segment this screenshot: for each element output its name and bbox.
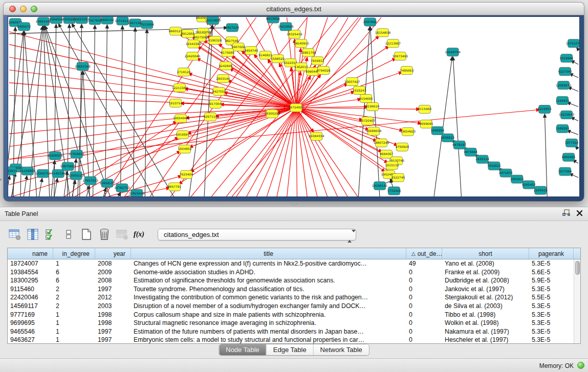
graph-node-2405572[interactable]: 2405572 [17, 23, 31, 31]
table-settings-icon[interactable] [8, 228, 21, 241]
graph-node-8427552[interactable]: 8427552 [212, 87, 226, 96]
cell-year[interactable]: 2008 [95, 259, 131, 268]
cell-short[interactable]: de Silva et al. (2003) [442, 302, 529, 311]
graph-node-16543382[interactable]: 16543382 [186, 40, 202, 48]
graph-node-8454749[interactable]: 8454749 [244, 47, 258, 55]
graph-node-3915911[interactable]: 3915911 [8, 167, 17, 175]
cell-name[interactable]: 18724007 [8, 259, 53, 268]
citation-edge-red[interactable] [9, 107, 296, 146]
cell-in_degree[interactable]: 1 [53, 336, 95, 344]
graph-node-2087682[interactable]: 2087682 [363, 18, 377, 26]
cell-short[interactable]: Yano et al. (2008) [442, 259, 529, 268]
cell-year[interactable]: 2008 [95, 276, 131, 285]
graph-node-2522745[interactable]: 2522745 [391, 173, 405, 182]
cell-name[interactable]: 19384554 [8, 268, 53, 277]
graph-node-18300295[interactable]: 18300295 [264, 110, 280, 118]
graph-node-7632621[interactable]: 7632621 [487, 162, 501, 170]
graph-node-1615132[interactable]: 1615132 [385, 161, 399, 169]
graph-node-1916687[interactable]: 1916687 [176, 130, 190, 139]
cell-pagerank[interactable]: 5.3E-5 [529, 302, 574, 311]
graph-node-1677064[interactable]: 1677064 [558, 167, 572, 176]
cell-name[interactable]: 9777169 [8, 311, 53, 319]
graph-node-9215953[interactable]: 9215953 [538, 105, 552, 114]
graph-node-18724007[interactable]: 18724007 [288, 104, 304, 112]
graph-node-9699695[interactable]: 9699695 [420, 120, 433, 128]
table-row[interactable]: 946554611997Estimation of the future num… [8, 327, 574, 336]
graph-node-1527602[interactable]: 1527602 [88, 17, 102, 25]
cell-out_de[interactable]: 0 [406, 302, 442, 311]
citation-edge-black[interactable] [118, 192, 120, 196]
table-row[interactable]: 2242004622012Investigating the contribut… [8, 293, 574, 302]
table-row[interactable]: 1872400712008Changes of HCN gene express… [8, 259, 574, 268]
graph-node-7857224[interactable]: 7857224 [226, 24, 239, 32]
cell-name[interactable]: 14569117 [8, 302, 53, 311]
cell-year[interactable]: 1997 [95, 285, 131, 294]
cell-title[interactable]: Tourette syndrome. Phenomenology and cla… [131, 285, 406, 294]
graph-node-10688609[interactable]: 10688609 [366, 127, 382, 135]
cell-out_de[interactable]: 0 [406, 319, 442, 327]
column-header-title[interactable]: title [131, 248, 406, 259]
graph-node-20206506[interactable]: 20206506 [48, 151, 63, 160]
graph-node-9154695[interactable]: 9154695 [359, 95, 373, 103]
window-titlebar[interactable]: citations_edges.txt [3, 2, 584, 15]
cell-year[interactable]: 1997 [95, 336, 131, 344]
graph-node-8990465[interactable]: 8990465 [562, 153, 576, 161]
column-header-name[interactable]: name [8, 248, 53, 259]
cell-year[interactable]: 1997 [95, 327, 131, 336]
graph-node-16961758[interactable]: 16961758 [300, 49, 316, 57]
cell-out_de[interactable]: 49 [406, 259, 442, 268]
graph-node-18807249[interactable]: 18807249 [374, 139, 389, 147]
cell-pagerank[interactable]: 5.3E-5 [529, 311, 574, 319]
graph-node-16648794[interactable]: 16648794 [445, 48, 461, 56]
graph-node-18325419[interactable]: 18325419 [287, 30, 302, 38]
graph-node-16033809[interactable]: 16033809 [205, 17, 221, 25]
tab-node-table[interactable]: Node Table [219, 344, 267, 355]
table-scrollbar[interactable] [574, 259, 580, 343]
function-builder-icon[interactable]: f(x) [134, 230, 149, 238]
row-select-icon[interactable] [44, 228, 57, 241]
table-row[interactable]: 946362711997Embryonic stem cells: a mode… [8, 336, 574, 344]
column-header-short[interactable]: short [442, 248, 529, 259]
graph-node-16782753[interactable]: 16782753 [114, 184, 130, 192]
graph-node-8199510[interactable]: 8199510 [366, 103, 380, 111]
graph-node-7625404[interactable]: 7625404 [180, 170, 193, 179]
graph-node-11156869[interactable]: 11156869 [20, 167, 36, 175]
graph-node-1588520[interactable]: 1588520 [271, 55, 285, 63]
graph-node-1840954[interactable]: 1840954 [430, 126, 444, 135]
graph-node-6466162[interactable]: 6466162 [100, 17, 114, 24]
cell-in_degree[interactable]: 1 [53, 327, 95, 336]
cell-name[interactable]: 9115460 [8, 285, 53, 294]
cell-in_degree[interactable]: 1 [53, 311, 95, 319]
citation-edge-red[interactable] [256, 107, 296, 196]
graph-node-1244415[interactable]: 1244415 [556, 97, 570, 105]
cell-pagerank[interactable]: 5.5E-5 [529, 293, 574, 302]
cell-short[interactable]: Hescheler et al. (1997) [442, 336, 529, 344]
graph-node-8471876[interactable]: 8471876 [499, 169, 513, 177]
table-row[interactable]: 1456911722003Disruption of a novel membe… [8, 302, 574, 311]
cell-out_de[interactable]: 0 [406, 268, 442, 277]
cell-in_degree[interactable]: 1 [53, 259, 95, 268]
cell-pagerank[interactable]: 5.6E-5 [529, 268, 574, 277]
cell-short[interactable]: Dudbridge et al. (2008) [442, 276, 529, 285]
graph-node-1077310[interactable]: 1077310 [565, 139, 579, 147]
citation-edge-black[interactable] [86, 185, 90, 196]
cell-name[interactable]: 9463627 [8, 336, 53, 344]
graph-node-8813054[interactable]: 8813054 [266, 17, 280, 23]
cell-name[interactable]: 9699695 [8, 319, 53, 327]
graph-node-9129946[interactable]: 9129946 [560, 54, 574, 62]
cell-pagerank[interactable]: 5.3E-5 [529, 285, 574, 294]
graph-node-9474444[interactable]: 9474444 [464, 148, 477, 156]
graph-node-12923448[interactable]: 12923448 [129, 189, 145, 196]
graph-node-9175685[interactable]: 9175685 [221, 49, 235, 57]
graph-node-2718120[interactable]: 2718120 [177, 68, 191, 76]
scrollbar-thumb[interactable] [575, 261, 580, 275]
graph-node-19218596[interactable]: 19218596 [278, 23, 294, 31]
graph-node-1616243[interactable]: 1616243 [353, 86, 366, 95]
graph-node-10975887[interactable]: 10975887 [60, 162, 76, 170]
graph-node-15751074[interactable]: 15751074 [566, 39, 579, 48]
graph-node-2803144[interactable]: 2803144 [216, 75, 230, 83]
graph-node-13342757[interactable]: 13342757 [35, 169, 51, 178]
graph-node-1589293[interactable]: 1589293 [556, 124, 570, 133]
graph-node-2935114[interactable]: 2935114 [475, 155, 489, 163]
cell-name[interactable]: 18300295 [8, 276, 53, 285]
